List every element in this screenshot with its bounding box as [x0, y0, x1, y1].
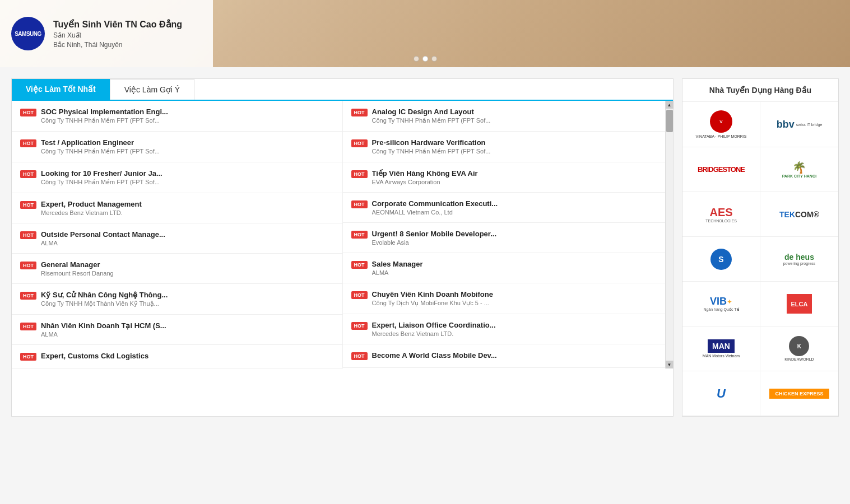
job-title: Analog IC Design And Layout — [372, 108, 665, 116]
list-item[interactable]: HOT Test / Application Engineer Công Ty … — [12, 132, 342, 162]
hot-badge: HOT — [351, 322, 368, 330]
job-company: Công Ty Dịch Vụ MobiFone Khu Vực 5 - ... — [372, 300, 665, 307]
job-company: Mercedes Benz Vietnam LTD. — [372, 330, 665, 337]
employer-aes[interactable]: AES TECHNOLOGIES — [682, 192, 760, 237]
hot-badge: HOT — [20, 170, 36, 178]
job-info: Looking for 10 Fresher/ Junior Ja... Côn… — [41, 169, 334, 186]
list-item[interactable]: HOT Expert, Liaison Office Coordinatio..… — [343, 314, 674, 344]
samsung-logo: SAMSUNG — [11, 17, 45, 50]
banner-dots — [414, 56, 437, 62]
tekcom-logo: TEKCOM® — [779, 210, 819, 219]
sav-logo: S — [710, 249, 732, 270]
employer-park-city[interactable]: 🌴 PARK CITY HANOI — [760, 147, 838, 192]
tab-best-jobs[interactable]: Việc Làm Tốt Nhất — [12, 79, 110, 100]
job-info: Become A World Class Mobile Dev... — [372, 351, 665, 361]
hot-badge: HOT — [351, 261, 368, 269]
job-info: Expert, Liaison Office Coordinatio... Me… — [372, 321, 665, 337]
job-info: Corporate Communication Executi... AEONM… — [372, 199, 665, 216]
employer-kinderworld[interactable]: K KINDERWORLD — [760, 326, 838, 371]
hot-badge: HOT — [20, 353, 36, 361]
job-company: Công Ty TNHH Phần Mềm FPT (FPT Sof... — [41, 148, 334, 155]
scroll-down-arrow[interactable]: ▼ — [666, 361, 674, 368]
bbv-logo: bbv swiss IT bridge — [777, 119, 823, 130]
hot-badge: HOT — [351, 200, 368, 208]
scroll-thumb[interactable] — [666, 110, 673, 132]
employer-unilever[interactable]: U — [682, 371, 760, 416]
job-title: Expert, Customs Ckd Logistics — [41, 352, 334, 360]
hot-badge: HOT — [351, 139, 368, 147]
list-item[interactable]: HOT Corporate Communication Executi... A… — [343, 193, 674, 223]
list-item[interactable]: HOT Kỹ Sư, Cử Nhân Công Nghệ Thông... Cô… — [12, 284, 342, 315]
list-item[interactable]: HOT Analog IC Design And Layout Công Ty … — [343, 101, 674, 132]
chicken-logo: CHICKEN EXPRESS — [769, 389, 829, 399]
scroll-up-arrow[interactable]: ▲ — [666, 101, 674, 109]
list-item[interactable]: HOT Outside Personal Contact Manage... A… — [12, 223, 342, 254]
job-title: Expert, Product Management — [41, 200, 334, 208]
banner-dot-2[interactable] — [422, 56, 428, 62]
job-info: Pre-silicon Hardware Verification Công T… — [372, 138, 665, 155]
employer-tekcom[interactable]: TEKCOM® — [760, 192, 838, 237]
list-item[interactable]: HOT Expert, Customs Ckd Logistics — [12, 345, 342, 368]
employer-man[interactable]: MAN MAN Motors Vietnam — [682, 326, 760, 371]
employer-elca[interactable]: ELCA — [760, 282, 838, 326]
list-item[interactable]: HOT Sales Manager ALMA — [343, 253, 674, 283]
list-item[interactable]: HOT Chuyên Viên Kinh Doanh Mobifone Công… — [343, 283, 674, 314]
list-item[interactable]: HOT Urgent! 8 Senior Mobile Developer...… — [343, 223, 674, 253]
employer-bbv[interactable]: bbv swiss IT bridge — [760, 102, 838, 147]
list-item[interactable]: HOT SOC Physical Implementation Engi... … — [12, 101, 342, 132]
employer-chicken[interactable]: CHICKEN EXPRESS — [760, 371, 838, 416]
deheus-logo: de heus powering progress — [783, 253, 816, 265]
employer-bridgestone[interactable]: BRIDGESTONE — [682, 147, 760, 192]
list-item[interactable]: HOT Looking for 10 Fresher/ Junior Ja...… — [12, 162, 342, 193]
park-city-logo: 🌴 PARK CITY HANOI — [782, 161, 817, 178]
job-info: Nhân Viên Kinh Doanh Tại HCM (S... ALMA — [41, 321, 334, 338]
employer-deheus[interactable]: de heus powering progress — [760, 237, 838, 282]
list-item[interactable]: HOT General Manager Risemount Resort Dan… — [12, 254, 342, 284]
employers-header: Nhà Tuyển Dụng Hàng Đầu — [682, 79, 838, 102]
list-item[interactable]: HOT Expert, Product Management Mercedes … — [12, 193, 342, 223]
banner-overlay: SAMSUNG Tuyển Sinh Viên TN Cao Đẳng Sản … — [0, 0, 213, 67]
job-title: Sales Manager — [372, 260, 665, 268]
job-company: Công Ty TNHH Phần Mềm FPT (FPT Sof... — [41, 117, 334, 124]
job-title: Chuyên Viên Kinh Doanh Mobifone — [372, 290, 665, 298]
employers-section: Nhà Tuyển Dụng Hàng Đầu V VINATABA · PHI… — [682, 78, 839, 417]
job-company: Mercedes Benz Vietnam LTD. — [41, 209, 334, 216]
vinataba-logo: V VINATABA · PHILIP MORRIS — [695, 110, 746, 138]
job-company: ALMA — [41, 331, 334, 338]
hot-badge: HOT — [351, 231, 368, 239]
job-info: Analog IC Design And Layout Công Ty TNHH… — [372, 108, 665, 124]
scrollbar[interactable]: ▲ ▼ — [665, 101, 673, 368]
job-title: Corporate Communication Executi... — [372, 199, 665, 208]
banner-location: Bắc Ninh, Thái Nguyên — [53, 41, 182, 49]
main-container: Việc Làm Tốt Nhất Việc Làm Gợi Ý HOT SOC… — [0, 67, 850, 428]
list-item[interactable]: HOT Become A World Class Mobile Dev... — [343, 344, 674, 368]
job-title: General Manager — [41, 260, 334, 269]
job-info: Expert, Customs Ckd Logistics — [41, 352, 334, 361]
banner: SAMSUNG Tuyển Sinh Viên TN Cao Đẳng Sản … — [0, 0, 850, 67]
banner-dot-1[interactable] — [414, 56, 419, 62]
hot-badge: HOT — [20, 262, 36, 269]
employers-grid: V VINATABA · PHILIP MORRIS bbv swiss IT … — [682, 102, 838, 416]
aes-logo: AES TECHNOLOGIES — [705, 206, 737, 223]
list-item[interactable]: HOT Tiếp Viên Hàng Không EVA Air EVA Air… — [343, 162, 674, 193]
vib-logo: VIB✦ Ngân hàng Quốc Tế — [703, 296, 738, 312]
job-title: SOC Physical Implementation Engi... — [41, 108, 334, 116]
jobs-left-column: HOT SOC Physical Implementation Engi... … — [12, 101, 343, 368]
hot-badge: HOT — [20, 109, 36, 116]
job-company: Công Ty TNHH Phần Mềm FPT (FPT Sof... — [372, 117, 665, 124]
employer-vinataba[interactable]: V VINATABA · PHILIP MORRIS — [682, 102, 760, 147]
job-company: Risemount Resort Danang — [41, 270, 334, 277]
employer-vib[interactable]: VIB✦ Ngân hàng Quốc Tế — [682, 282, 760, 326]
job-title: Pre-silicon Hardware Verification — [372, 138, 665, 147]
list-item[interactable]: HOT Nhân Viên Kinh Doanh Tại HCM (S... A… — [12, 315, 342, 345]
employer-sav[interactable]: S — [682, 237, 760, 282]
banner-dot-3[interactable] — [431, 56, 437, 62]
job-title: Tiếp Viên Hàng Không EVA Air — [372, 169, 665, 178]
list-item[interactable]: HOT Pre-silicon Hardware Verification Cô… — [343, 132, 674, 162]
hot-badge: HOT — [351, 291, 368, 299]
hot-badge: HOT — [351, 109, 368, 116]
tab-suggested-jobs[interactable]: Việc Làm Gợi Ý — [110, 79, 194, 100]
jobs-right-column: HOT Analog IC Design And Layout Công Ty … — [343, 101, 674, 368]
hot-badge: HOT — [20, 201, 36, 209]
job-title: Expert, Liaison Office Coordinatio... — [372, 321, 665, 329]
